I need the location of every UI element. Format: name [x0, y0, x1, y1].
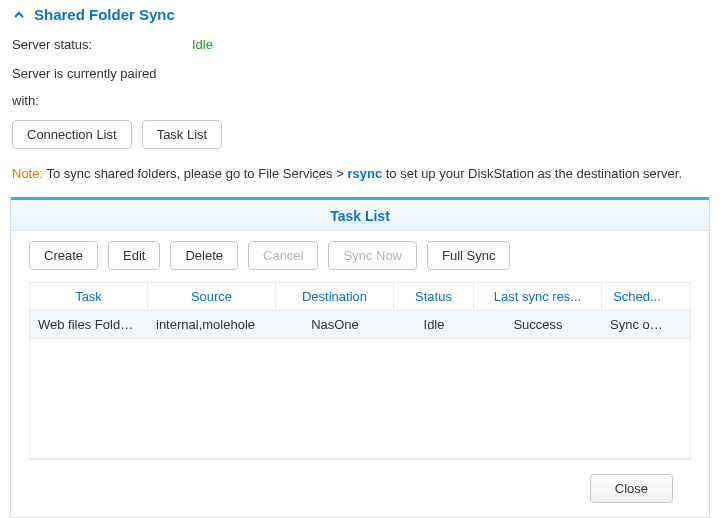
cell-last-sync: Success — [474, 311, 602, 338]
cell-source: internal,molehole — [148, 311, 276, 338]
table-row[interactable]: Web files Folder ... internal,molehole N… — [30, 311, 690, 338]
task-table: Task Source Destination Status Last sync… — [29, 282, 691, 339]
full-sync-button[interactable]: Full Sync — [427, 241, 510, 270]
server-status-row: Server status: Idle — [12, 27, 708, 56]
server-status-label: Server status: — [12, 37, 192, 52]
edit-button[interactable]: Edit — [108, 241, 160, 270]
paired-line-2: with: — [12, 83, 708, 110]
create-button[interactable]: Create — [29, 241, 98, 270]
section-header[interactable]: Shared Folder Sync — [12, 0, 708, 27]
cell-task: Web files Folder ... — [30, 311, 148, 338]
cell-schedule: Sync on ... — [602, 311, 672, 338]
col-task[interactable]: Task — [30, 283, 148, 310]
dialog-title: Task List — [11, 200, 709, 231]
cancel-button: Cancel — [248, 241, 318, 270]
chevron-up-icon — [12, 8, 26, 22]
delete-button[interactable]: Delete — [170, 241, 238, 270]
task-list-button[interactable]: Task List — [142, 120, 223, 149]
dialog-toolbar: Create Edit Delete Cancel Sync Now Full … — [11, 231, 709, 278]
sync-now-button: Sync Now — [328, 241, 417, 270]
note-after: to set up your DiskStation as the destin… — [382, 166, 682, 181]
cell-status: Idle — [394, 311, 474, 338]
table-empty-area — [29, 339, 691, 459]
note-prefix: Note: — [12, 166, 43, 181]
table-header: Task Source Destination Status Last sync… — [30, 283, 690, 311]
note-text: Note: To sync shared folders, please go … — [12, 161, 708, 191]
server-status-value: Idle — [192, 37, 213, 52]
col-status[interactable]: Status — [394, 283, 474, 310]
task-list-dialog: Task List Create Edit Delete Cancel Sync… — [10, 197, 710, 518]
section-title: Shared Folder Sync — [34, 6, 175, 23]
close-button[interactable]: Close — [590, 474, 673, 503]
col-destination[interactable]: Destination — [276, 283, 394, 310]
col-last-sync[interactable]: Last sync res... — [474, 283, 602, 310]
connection-list-button[interactable]: Connection List — [12, 120, 132, 149]
cell-destination: NasOne — [276, 311, 394, 338]
col-schedule[interactable]: Sched... — [602, 283, 672, 310]
rsync-link[interactable]: rsync — [347, 166, 382, 181]
paired-line-1: Server is currently paired — [12, 56, 708, 83]
col-source[interactable]: Source — [148, 283, 276, 310]
note-before: To sync shared folders, please go to Fil… — [43, 166, 347, 181]
